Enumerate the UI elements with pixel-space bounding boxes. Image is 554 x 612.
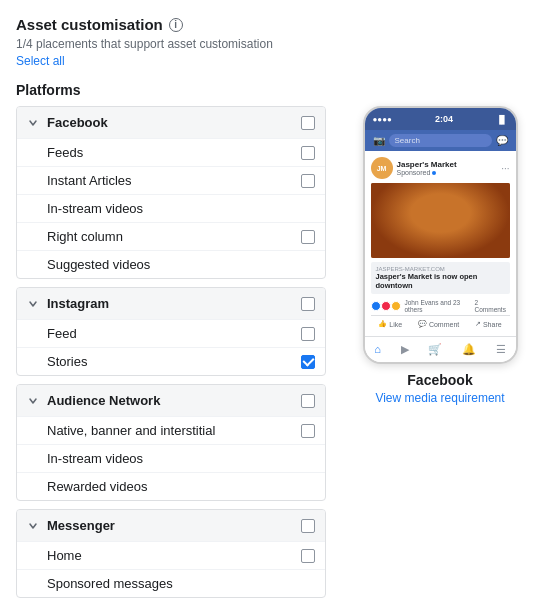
post-card: JM Jasper's Market Sponsored ··· (365, 151, 516, 336)
native-banner-checkbox[interactable] (301, 424, 315, 438)
placement-instream-videos-an: In-stream videos (17, 444, 325, 472)
post-reactions: John Evans and 23 others 2 Comments (371, 297, 510, 316)
chevron-down-icon-an (27, 395, 39, 407)
placement-ig-feed: Feed (17, 319, 325, 347)
placement-rewarded-videos: Rewarded videos (17, 472, 325, 500)
platform-header-facebook[interactable]: Facebook (17, 107, 325, 138)
select-all-link[interactable]: Select all (16, 54, 65, 68)
post-link-preview: JASPERS-MARKET.COM Jasper's Market is no… (371, 262, 510, 294)
haha-icon (391, 301, 401, 311)
platforms-label: Platforms (16, 82, 538, 98)
like-label: Like (389, 321, 402, 328)
nav-bell-icon[interactable]: 🔔 (462, 343, 476, 356)
thumb-icon: 👍 (378, 320, 387, 328)
chevron-down-icon-ms (27, 520, 39, 532)
info-icon[interactable]: i (169, 18, 183, 32)
comment-label: Comment (429, 321, 459, 328)
comments-count: 2 Comments (475, 299, 510, 313)
preview-panel: ●●●● 2:04 ▐▌ 📷 Search 💬 JM Jasper's Mark… (342, 106, 538, 405)
platform-group-audience-network: Audience Network Native, banner and inte… (16, 384, 326, 501)
phone-status-bar: ●●●● 2:04 ▐▌ (365, 108, 516, 130)
reaction-count: John Evans and 23 others (405, 299, 475, 313)
instagram-checkbox[interactable] (301, 297, 315, 311)
facebook-checkbox[interactable] (301, 116, 315, 130)
placement-ig-stories: Stories (17, 347, 325, 375)
platform-group-instagram: Instagram Feed Stories (16, 287, 326, 376)
feeds-checkbox[interactable] (301, 146, 315, 160)
placement-feeds: Feeds (17, 138, 325, 166)
nav-home-icon[interactable]: ⌂ (374, 343, 381, 356)
share-action[interactable]: ↗ Share (475, 320, 502, 328)
page-title: Asset customisation i (16, 16, 538, 33)
messenger-bubble-icon: 💬 (496, 135, 508, 146)
facebook-label: Facebook (47, 115, 301, 130)
comment-action[interactable]: 💬 Comment (418, 320, 459, 328)
search-box: Search (389, 134, 492, 147)
post-actions: 👍 Like 💬 Comment ↗ Share (371, 318, 510, 330)
phone-battery: ▐▌ (496, 115, 507, 124)
nav-menu-icon[interactable]: ☰ (496, 343, 506, 356)
no-checkbox-suggested (301, 258, 315, 272)
no-checkbox-sponsored-msg (301, 577, 315, 591)
no-checkbox-rewarded (301, 480, 315, 494)
post-user-name: Jasper's Market (397, 160, 502, 169)
placement-instream-videos-fb: In-stream videos (17, 194, 325, 222)
phone-mockup: ●●●● 2:04 ▐▌ 📷 Search 💬 JM Jasper's Mark… (363, 106, 518, 364)
like-icon (371, 301, 381, 311)
ig-feed-checkbox[interactable] (301, 327, 315, 341)
placement-messenger-home: Home (17, 541, 325, 569)
share-icon: ↗ (475, 320, 481, 328)
placement-native-banner: Native, banner and interstitial (17, 416, 325, 444)
phone-search-bar: 📷 Search 💬 (365, 130, 516, 151)
share-label: Share (483, 321, 502, 328)
nav-video-icon[interactable]: ▶ (401, 343, 409, 356)
like-action[interactable]: 👍 Like (378, 320, 402, 328)
ig-stories-checkbox[interactable] (301, 355, 315, 369)
love-icon (381, 301, 391, 311)
audience-network-checkbox[interactable] (301, 394, 315, 408)
post-image (371, 183, 510, 258)
instagram-label: Instagram (47, 296, 301, 311)
platforms-panel: Facebook Feeds Instant Articles In-strea… (16, 106, 326, 606)
reaction-row: John Evans and 23 others (371, 299, 475, 313)
view-media-link[interactable]: View media requirement (375, 391, 504, 405)
platform-group-messenger: Messenger Home Sponsored messages (16, 509, 326, 598)
phone-nav-bar: ⌂ ▶ 🛒 🔔 ☰ (365, 336, 516, 362)
post-link-title: Jasper's Market is now open downtown (376, 272, 505, 290)
verified-dot (432, 171, 436, 175)
platform-group-facebook: Facebook Feeds Instant Articles In-strea… (16, 106, 326, 279)
phone-time: 2:04 (435, 114, 453, 124)
platform-header-instagram[interactable]: Instagram (17, 288, 325, 319)
chevron-down-icon (27, 117, 39, 129)
placement-right-column: Right column (17, 222, 325, 250)
camera-icon: 📷 (373, 135, 385, 146)
messenger-home-checkbox[interactable] (301, 549, 315, 563)
platform-header-audience-network[interactable]: Audience Network (17, 385, 325, 416)
post-header: JM Jasper's Market Sponsored ··· (371, 157, 510, 179)
placement-sponsored-messages: Sponsored messages (17, 569, 325, 597)
no-checkbox-instream-fb (301, 202, 315, 216)
audience-network-label: Audience Network (47, 393, 301, 408)
nav-store-icon[interactable]: 🛒 (428, 343, 442, 356)
food-image-overlay (371, 183, 510, 258)
instant-articles-checkbox[interactable] (301, 174, 315, 188)
messenger-label: Messenger (47, 518, 301, 533)
right-column-checkbox[interactable] (301, 230, 315, 244)
subtitle: 1/4 placements that support asset custom… (16, 37, 538, 51)
sponsored-text: Sponsored (397, 169, 431, 176)
post-more-icon: ··· (501, 163, 509, 174)
reaction-icons (371, 301, 401, 311)
comment-icon: 💬 (418, 320, 427, 328)
no-checkbox-instream-an (301, 452, 315, 466)
placement-instant-articles: Instant Articles (17, 166, 325, 194)
phone-signal: ●●●● (373, 115, 392, 124)
chevron-down-icon-ig (27, 298, 39, 310)
placement-suggested-videos: Suggested videos (17, 250, 325, 278)
sponsored-row: Sponsored (397, 169, 502, 176)
preview-platform-label: Facebook (407, 372, 472, 388)
post-avatar: JM (371, 157, 393, 179)
post-user-info: Jasper's Market Sponsored (397, 160, 502, 176)
platform-header-messenger[interactable]: Messenger (17, 510, 325, 541)
messenger-checkbox[interactable] (301, 519, 315, 533)
